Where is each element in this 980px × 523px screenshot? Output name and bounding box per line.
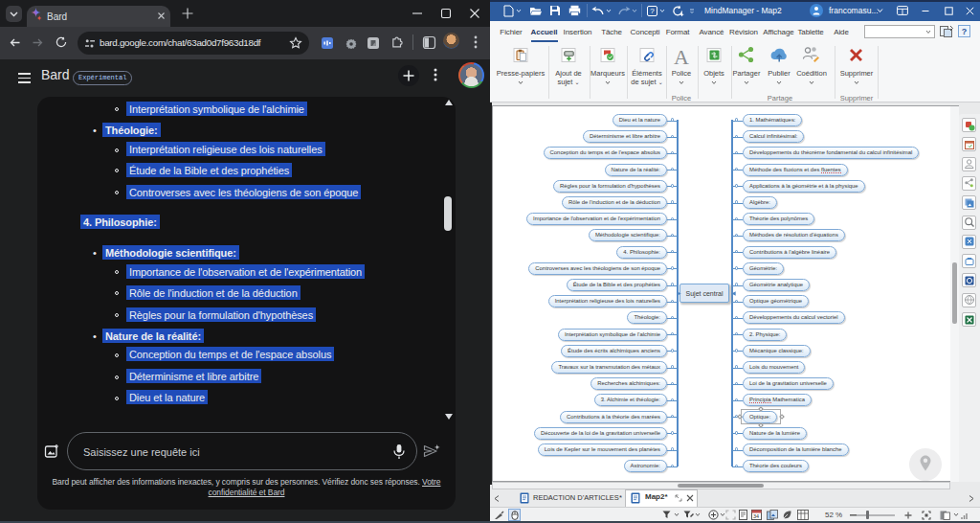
svg-text:34: 34 bbox=[753, 513, 759, 519]
